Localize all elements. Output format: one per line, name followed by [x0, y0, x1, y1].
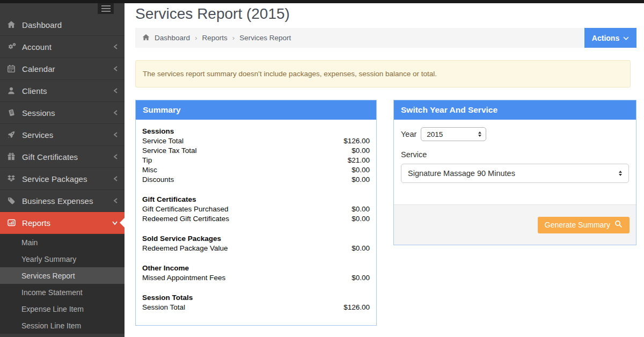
summary-panel-header: Summary — [136, 100, 376, 120]
cogs-icon — [7, 42, 22, 51]
service-label: Service — [401, 150, 629, 159]
sidebar-item-business-expenses[interactable]: Business Expenses — [0, 190, 125, 212]
summary-row: Discounts$0.00 — [142, 175, 370, 185]
submenu-item-expense-line-item[interactable]: Expense Line Item — [0, 301, 125, 317]
summary-row: Missed Appointment Fees$0.00 — [142, 273, 370, 283]
summary-section-sold-service-packages: Sold Service Packages Redeemed Package V… — [142, 234, 370, 253]
switch-panel-header: Switch Year And Service — [394, 100, 636, 120]
submenu-item-session-line-item[interactable]: Session Line Item — [0, 317, 125, 334]
chevron-down-icon — [623, 34, 629, 42]
dropbox-icon — [7, 174, 22, 183]
journal-icon — [7, 108, 22, 117]
sidebar-item-gift-certificates[interactable]: Gift Certificates — [0, 146, 125, 168]
breadcrumb-dashboard[interactable]: Dashboard — [155, 34, 190, 42]
rocket-icon — [7, 130, 22, 139]
chevron-left-icon — [113, 197, 118, 204]
top-strip — [0, 0, 644, 3]
summary-row: Tip$21.00 — [142, 156, 370, 165]
chevron-left-icon — [113, 109, 118, 116]
sidebar-item-dashboard[interactable]: Dashboard — [0, 14, 125, 36]
summary-row: Service Tax Total$0.00 — [142, 146, 370, 156]
user-icon — [7, 86, 22, 95]
summary-panel: Summary Sessions Service Total$126.00 Se… — [135, 100, 377, 326]
reports-submenu: Main Yearly Summary Services Report Inco… — [0, 234, 125, 334]
chevron-left-icon — [113, 153, 118, 160]
generate-summary-button[interactable]: Generate Summary — [538, 217, 630, 233]
sidebar-menu: Dashboard Account — [0, 14, 125, 334]
breadcrumb-separator: › — [232, 34, 235, 42]
main-content: Services Report (2015) Dashboard › Repor… — [125, 3, 644, 337]
select-arrows-icon — [478, 131, 481, 137]
summary-row: Gift Certificates Purchased$0.00 — [142, 204, 370, 214]
chevron-left-icon — [113, 43, 118, 50]
chevron-left-icon — [113, 87, 118, 94]
actions-button[interactable]: Actions — [584, 28, 636, 48]
sidebar-item-services[interactable]: Services — [0, 124, 125, 146]
breadcrumb-row: Dashboard › Reports › Services Report Ac… — [135, 28, 636, 48]
summary-section-gift-certificates: Gift Certificates Gift Certificates Purc… — [142, 195, 370, 224]
search-icon — [614, 220, 623, 230]
page-title: Services Report (2015) — [135, 5, 290, 23]
sidebar-item-sessions[interactable]: Sessions — [0, 102, 125, 124]
select-arrows-icon — [619, 171, 622, 176]
sidebar-item-account[interactable]: Account — [0, 36, 125, 58]
switch-panel-body: Year 2015 Service Signature Massage 90 M… — [394, 120, 636, 191]
breadcrumb-services-report: Services Report — [239, 34, 291, 42]
breadcrumb-reports[interactable]: Reports — [202, 34, 228, 42]
chevron-left-icon — [113, 131, 118, 138]
summary-row: Redeemed Gift Certificates$0.00 — [142, 214, 370, 224]
switch-year-service-panel: Switch Year And Service Year 2015 Servic… — [393, 100, 636, 245]
sidebar-item-service-packages[interactable]: Service Packages — [0, 168, 125, 190]
sidebar-toggle-button[interactable] — [98, 3, 114, 14]
service-select[interactable]: Signature Massage 90 Minutes — [401, 164, 629, 183]
year-select[interactable]: 2015 — [421, 127, 486, 141]
summary-row: Service Total$126.00 — [142, 136, 370, 146]
summary-row: Session Total$126.00 — [142, 303, 370, 312]
summary-row: Redeemed Package Value$0.00 — [142, 244, 370, 253]
chevron-left-icon — [113, 65, 118, 72]
submenu-item-services-report[interactable]: Services Report — [0, 267, 125, 284]
home-icon — [7, 20, 22, 29]
tag-icon — [7, 196, 22, 205]
switch-panel-footer: Generate Summary — [394, 204, 636, 245]
summary-panel-body: Sessions Service Total$126.00 Service Ta… — [136, 120, 376, 319]
hamburger-icon — [101, 5, 111, 6]
calendar-icon — [7, 64, 22, 73]
chevron-left-icon — [113, 175, 118, 182]
summary-row: Misc$0.00 — [142, 165, 370, 175]
chevron-down-icon — [112, 221, 118, 225]
bar-chart-icon — [7, 218, 22, 227]
submenu-item-income-statement[interactable]: Income Statement — [0, 284, 125, 301]
breadcrumb: Dashboard › Reports › Services Report — [135, 28, 584, 48]
sidebar-item-calendar[interactable]: Calendar — [0, 58, 125, 80]
sidebar: Dashboard Account — [0, 0, 125, 337]
breadcrumb-separator: › — [195, 34, 197, 42]
submenu-item-yearly-summary[interactable]: Yearly Summary — [0, 251, 125, 267]
summary-section-session-totals: Session Totals Session Total$126.00 — [142, 293, 370, 312]
summary-section-sessions: Sessions Service Total$126.00 Service Ta… — [142, 127, 370, 185]
home-icon — [142, 34, 150, 42]
info-alert: The services report summary doesn't incl… — [135, 60, 631, 87]
year-label: Year — [401, 130, 416, 138]
active-item-notch — [120, 218, 125, 228]
summary-section-other-income: Other Income Missed Appointment Fees$0.0… — [142, 263, 370, 283]
gift-icon — [7, 152, 22, 161]
submenu-item-main[interactable]: Main — [0, 234, 125, 251]
sidebar-item-clients[interactable]: Clients — [0, 80, 125, 102]
sidebar-item-reports[interactable]: Reports — [0, 212, 125, 234]
